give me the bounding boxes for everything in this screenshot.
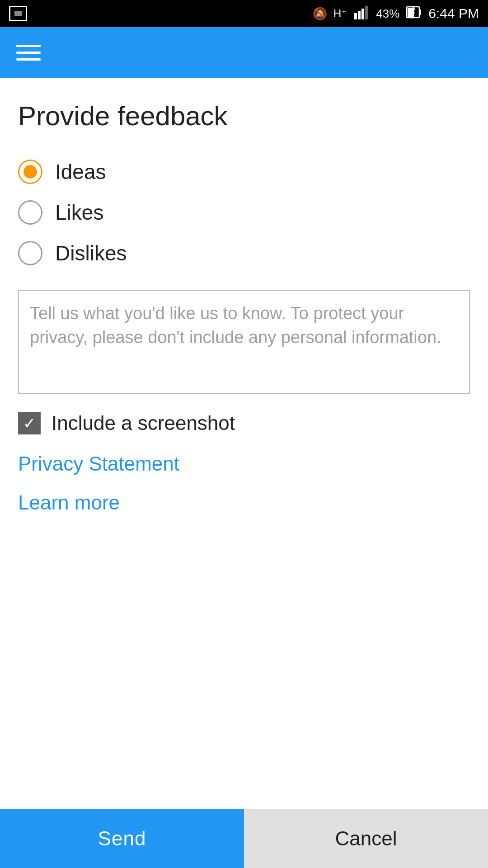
svg-rect-1 [358,11,361,19]
vibrate-icon: 🔕 [313,7,327,21]
radio-likes[interactable]: Likes [18,192,470,233]
hamburger-line-1 [16,45,41,47]
hamburger-button[interactable] [16,45,41,61]
radio-label-dislikes: Dislikes [55,241,127,265]
battery-icon [406,4,422,24]
radio-outer-likes [18,200,42,225]
radio-dislikes[interactable]: Dislikes [18,233,470,274]
bottom-buttons: Send Cancel [0,809,488,868]
hamburger-line-2 [16,52,41,54]
svg-rect-5 [419,9,421,15]
privacy-statement-link[interactable]: Privacy Statement [18,453,470,475]
signal-icon: H⁺ [333,7,347,20]
status-time: 6:44 PM [428,6,479,21]
radio-ideas[interactable]: Ideas [18,151,470,192]
checkmark-icon: ✓ [23,415,36,431]
screen-icon [9,6,27,21]
svg-rect-0 [354,13,357,19]
radio-inner-ideas [23,165,37,179]
feedback-textarea[interactable] [18,290,470,394]
svg-rect-3 [365,6,368,19]
radio-label-likes: Likes [55,200,103,225]
main-content: Provide feedback Ideas Likes Dislikes ✓ … [0,78,488,809]
hamburger-line-3 [16,58,41,61]
network-icon [353,4,370,24]
learn-more-link[interactable]: Learn more [18,491,470,514]
feedback-type-radio-group: Ideas Likes Dislikes [18,151,470,274]
radio-label-ideas: Ideas [55,160,106,184]
screenshot-checkbox-label: Include a screenshot [52,412,235,434]
send-button[interactable]: Send [0,809,244,868]
screenshot-checkbox[interactable]: ✓ [18,412,41,434]
status-bar: 🔕 H⁺ 43% 6:44 PM [0,0,488,27]
page-title: Provide feedback [18,100,470,132]
svg-rect-2 [361,9,364,19]
app-bar [0,27,488,78]
cancel-button[interactable]: Cancel [244,809,488,868]
screenshot-checkbox-row[interactable]: ✓ Include a screenshot [18,412,470,434]
battery-level: 43% [376,7,399,21]
radio-outer-dislikes [18,241,42,265]
status-bar-left [9,6,27,21]
radio-outer-ideas [18,160,42,184]
status-bar-right: 🔕 H⁺ 43% 6:44 PM [313,4,479,24]
